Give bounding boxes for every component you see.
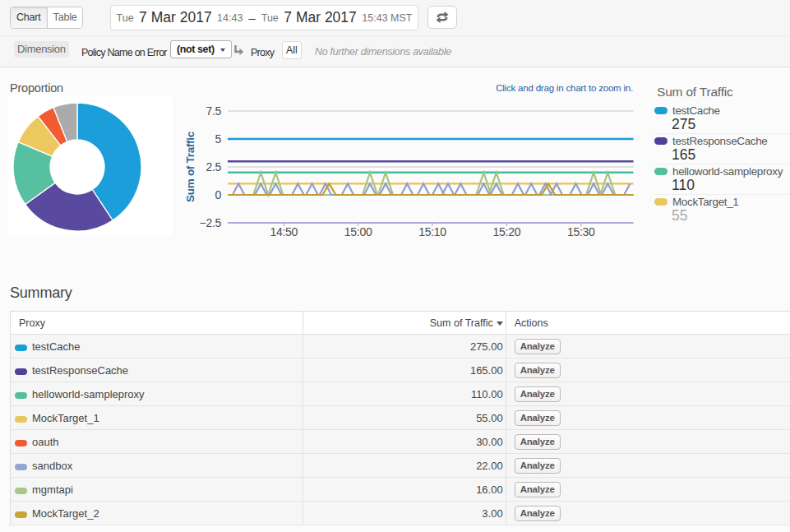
svg-text:5: 5 <box>215 132 222 146</box>
svg-text:−2.5: −2.5 <box>200 216 222 229</box>
svg-text:15:10: 15:10 <box>418 225 446 238</box>
svg-text:Sum of Traffic: Sum of Traffic <box>184 131 196 202</box>
svg-text:15:00: 15:00 <box>344 225 372 238</box>
svg-text:0: 0 <box>215 188 222 201</box>
svg-text:15:20: 15:20 <box>493 225 521 238</box>
svg-text:7.5: 7.5 <box>206 104 221 118</box>
svg-text:2.5: 2.5 <box>206 160 221 173</box>
svg-text:15:30: 15:30 <box>567 225 595 238</box>
svg-text:14:50: 14:50 <box>270 225 298 238</box>
